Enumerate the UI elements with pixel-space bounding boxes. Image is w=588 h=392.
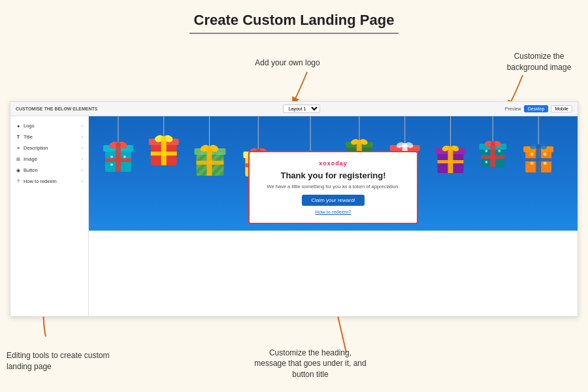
- arrow-logo: [281, 69, 333, 105]
- gift-banner: xoxoday Thank you for registering! We ha…: [89, 116, 578, 231]
- sidebar-label-how-to-redeem: How to redeem: [24, 178, 57, 184]
- svg-point-87: [491, 142, 495, 146]
- svg-rect-4: [105, 158, 131, 162]
- topbar-right: Preview Desktop Mobile: [505, 105, 572, 112]
- chevron-icon-title: ›: [82, 135, 83, 139]
- title-underline: [189, 33, 399, 34]
- annotation-background-image-text: Customize the background image: [507, 52, 572, 72]
- logo-icon: ●: [16, 123, 21, 129]
- preview-button[interactable]: Preview: [505, 106, 521, 111]
- button-icon: ◉: [16, 168, 21, 173]
- chevron-icon-image: ›: [82, 157, 83, 161]
- device-toggle: Desktop Mobile: [524, 105, 572, 112]
- topbar-center: Layout 1: [283, 105, 320, 113]
- chevron-icon-logo: ›: [82, 123, 83, 128]
- mobile-button[interactable]: Mobile: [551, 105, 572, 112]
- landing-card: xoxoday Thank you for registering! We ha…: [248, 151, 418, 224]
- svg-point-7: [116, 142, 121, 148]
- svg-point-9: [123, 155, 126, 158]
- svg-point-18: [161, 136, 167, 141]
- svg-point-68: [402, 143, 407, 148]
- landing-subtext: We have a little something for you as a …: [260, 184, 406, 189]
- title-icon: T: [16, 135, 21, 140]
- svg-rect-81: [481, 155, 504, 159]
- ui-preview: xoxoday Thank you for registering! We ha…: [89, 116, 578, 316]
- sidebar-label-description: Description: [24, 145, 48, 151]
- sidebar-item-title[interactable]: T Title ›: [10, 131, 88, 142]
- how-to-redeem-icon: ?: [16, 179, 21, 184]
- annotation-background-image: Customize the background image: [497, 51, 581, 73]
- sidebar-label-image: Image: [24, 156, 37, 162]
- sidebar-item-image[interactable]: ⊞ Image ›: [10, 154, 88, 165]
- sidebar-label-title: Title: [24, 134, 33, 140]
- svg-rect-25: [197, 161, 224, 165]
- svg-point-83: [498, 150, 500, 152]
- sidebar-label-logo: Logo: [24, 123, 35, 129]
- svg-point-76: [448, 146, 453, 151]
- svg-point-96: [544, 162, 547, 165]
- description-icon: ≡: [16, 146, 21, 151]
- sidebar-item-logo[interactable]: ● Logo ›: [10, 120, 88, 131]
- svg-point-84: [485, 161, 487, 163]
- chevron-icon-description: ›: [82, 146, 83, 150]
- svg-point-10: [110, 163, 113, 166]
- annotation-logo: Add your own logo: [248, 57, 327, 69]
- svg-point-55: [357, 140, 361, 144]
- ui-content: ● Logo › T Title › ≡ Description ›: [10, 116, 578, 316]
- xoxoday-logo: xoxoday: [260, 160, 406, 167]
- svg-point-94: [544, 153, 547, 156]
- image-icon: ⊞: [16, 157, 21, 162]
- claim-reward-button[interactable]: Claim your reward!: [302, 195, 364, 206]
- svg-point-28: [207, 146, 212, 151]
- annotation-customize-heading: Customize the heading, message that goes…: [248, 348, 372, 380]
- screenshot-wrapper: CUSTOMISE THE BELOW ELEMENTS Layout 1 Pr…: [10, 101, 578, 317]
- svg-point-82: [485, 150, 487, 152]
- svg-point-95: [531, 162, 534, 165]
- landing-heading: Thank you for registering!: [260, 171, 406, 180]
- sidebar-item-description[interactable]: ≡ Description ›: [10, 142, 88, 154]
- ui-topbar: CUSTOMISE THE BELOW ELEMENTS Layout 1 Pr…: [10, 102, 578, 116]
- sidebar-item-how-to-redeem[interactable]: ? How to redeem ›: [10, 176, 88, 187]
- svg-rect-73: [438, 160, 464, 163]
- annotation-customize-heading-text: Customize the heading, message that goes…: [254, 348, 366, 380]
- svg-rect-15: [151, 152, 177, 155]
- topbar-left-label: CUSTOMISE THE BELOW ELEMENTS: [16, 106, 98, 111]
- annotation-editing-tools: Editing tools to create custom landing p…: [7, 350, 118, 372]
- chevron-icon-how-to-redeem: ›: [82, 179, 83, 184]
- chevron-icon-button: ›: [82, 168, 83, 172]
- layout-select[interactable]: Layout 1: [283, 105, 320, 113]
- sidebar-label-button: Button: [24, 167, 38, 173]
- page-title: Create Custom Landing Page: [0, 0, 588, 33]
- svg-point-93: [531, 153, 534, 156]
- desktop-button[interactable]: Desktop: [524, 105, 549, 112]
- how-to-redeem-link[interactable]: How to redeem?: [260, 209, 406, 215]
- svg-point-99: [536, 144, 541, 149]
- ui-sidebar: ● Logo › T Title › ≡ Description ›: [10, 116, 89, 316]
- sidebar-item-button[interactable]: ◉ Button ›: [10, 165, 88, 176]
- svg-point-8: [110, 155, 113, 158]
- svg-rect-92: [525, 158, 551, 161]
